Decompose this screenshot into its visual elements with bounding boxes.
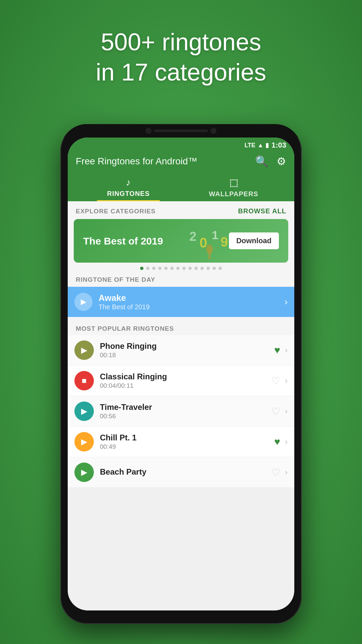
ring-info-1: Phone Ringing 00:18: [100, 341, 268, 359]
dot-1: [140, 267, 143, 270]
ring-actions-2: ♡ ›: [271, 375, 288, 387]
status-bar: LTE ▲ ▮ 1:03: [76, 138, 286, 151]
headline-line2: in 17 categories: [0, 57, 362, 87]
ring-title-4: Chill Pt. 1: [100, 433, 268, 442]
dot-12: [206, 267, 210, 270]
dot-10: [194, 267, 198, 270]
dot-13: [213, 267, 216, 270]
rotd-subtitle: The Best of 2019: [99, 303, 279, 311]
ring-info-5: Beach Party: [100, 467, 265, 477]
chevron-icon-4[interactable]: ›: [285, 437, 288, 446]
camera-left: [145, 128, 152, 134]
app-title-row: Free Ringtones for Android™ 🔍 ⚙: [76, 151, 286, 173]
headline-line1: 500+ ringtones: [0, 27, 362, 57]
ring-info-3: Time-Traveler 00:56: [100, 402, 265, 420]
chevron-icon-1[interactable]: ›: [285, 345, 288, 355]
heart-icon-4[interactable]: ♥: [274, 436, 280, 447]
app-content: EXPLORE CATEGORIES BROWSE ALL The Best o…: [68, 201, 294, 488]
play-button-4[interactable]: ▶: [74, 432, 94, 451]
app-header: LTE ▲ ▮ 1:03 Free Ringtones for Android™…: [68, 138, 294, 201]
play-button-5[interactable]: ▶: [74, 463, 94, 482]
list-item[interactable]: ▶ Beach Party ♡ ›: [68, 457, 294, 488]
svg-text:1: 1: [212, 228, 218, 241]
phone-top-bar: [60, 124, 302, 138]
play-button-2[interactable]: ■: [74, 371, 94, 390]
ring-title-3: Time-Traveler: [100, 402, 265, 412]
status-icons: LTE ▲ ▮: [244, 142, 269, 149]
svg-text:2: 2: [189, 229, 196, 244]
search-icon[interactable]: 🔍: [255, 155, 268, 168]
list-item[interactable]: ■ Classical Ringing 00:04/00:11 ♡ ›: [68, 366, 294, 396]
rotd-title: Awake: [99, 293, 279, 303]
ring-actions-5: ♡ ›: [271, 467, 288, 478]
ring-meta-2: 00:04/00:11: [100, 382, 265, 389]
settings-icon[interactable]: ⚙: [277, 155, 286, 168]
dot-6: [170, 267, 174, 270]
svg-point-5: [206, 245, 213, 254]
tab-ringtones[interactable]: ♪ RINGTONES: [76, 173, 181, 201]
chevron-icon-5[interactable]: ›: [285, 468, 288, 477]
rotd-section-label: RINGTONE OF THE DAY: [68, 276, 294, 287]
dot-3: [152, 267, 156, 270]
tab-ringtones-label: RINGTONES: [107, 190, 150, 198]
phone-screen: LTE ▲ ▮ 1:03 Free Ringtones for Android™…: [68, 138, 294, 610]
network-label: LTE: [244, 142, 255, 149]
play-button-1[interactable]: ▶: [74, 340, 94, 360]
explore-label: EXPLORE CATEGORIES: [76, 208, 156, 215]
ringtones-icon: ♪: [126, 177, 131, 188]
ring-meta-1: 00:18: [100, 352, 268, 359]
ringtone-of-day-section: RINGTONE OF THE DAY ▶ Awake The Best of …: [68, 273, 294, 319]
most-popular-section: MOST POPULAR RINGTONES ▶ Phone Ringing 0…: [68, 319, 294, 488]
tab-wallpapers[interactable]: ⬚ WALLPAPERS: [181, 173, 286, 201]
list-item[interactable]: ▶ Phone Ringing 00:18 ♥ ›: [68, 335, 294, 366]
browse-all-button[interactable]: BROWSE ALL: [238, 207, 286, 215]
ring-actions-4: ♥ ›: [274, 436, 288, 447]
heart-icon-5[interactable]: ♡: [271, 467, 280, 478]
signal-icon: ▲: [257, 142, 263, 149]
battery-icon: ▮: [265, 142, 269, 149]
explore-header: EXPLORE CATEGORIES BROWSE ALL: [68, 201, 294, 219]
rotd-play-button[interactable]: ▶: [74, 293, 93, 311]
ring-meta-3: 00:56: [100, 413, 265, 420]
rotd-chevron-icon: ›: [285, 297, 288, 307]
heart-icon-2[interactable]: ♡: [271, 375, 280, 387]
camera-right: [210, 128, 217, 134]
tab-wallpapers-label: WALLPAPERS: [209, 190, 258, 198]
banner-card: The Best of 2019 2 0 1 9 Download: [74, 219, 288, 263]
ring-meta-4: 00:49: [100, 443, 268, 450]
dot-7: [176, 267, 180, 270]
wallpapers-icon: ⬚: [229, 177, 238, 188]
dot-9: [188, 267, 192, 270]
download-button[interactable]: Download: [229, 232, 279, 249]
ring-title-2: Classical Ringing: [100, 372, 265, 381]
heart-icon-1[interactable]: ♥: [274, 344, 280, 356]
rotd-info: Awake The Best of 2019: [99, 293, 279, 311]
list-item[interactable]: ▶ Time-Traveler 00:56 ♡ ›: [68, 396, 294, 427]
carousel-dots: [68, 263, 294, 273]
dot-2: [146, 267, 149, 270]
svg-text:0: 0: [199, 235, 207, 251]
ring-info-4: Chill Pt. 1 00:49: [100, 433, 268, 450]
rotd-row[interactable]: ▶ Awake The Best of 2019 ›: [68, 287, 294, 317]
headline: 500+ ringtones in 17 categories: [0, 27, 362, 87]
speaker: [154, 129, 208, 132]
popular-section-label: MOST POPULAR RINGTONES: [68, 323, 294, 335]
dot-8: [182, 267, 186, 270]
heart-icon-3[interactable]: ♡: [271, 406, 280, 417]
dot-4: [158, 267, 162, 270]
header-icons: 🔍 ⚙: [255, 155, 286, 168]
status-time: 1:03: [272, 141, 286, 150]
app-title: Free Ringtones for Android™: [76, 156, 197, 167]
banner-text: The Best of 2019: [83, 234, 163, 248]
dot-5: [164, 267, 168, 270]
ring-title-5: Beach Party: [100, 467, 265, 477]
chevron-icon-3[interactable]: ›: [285, 407, 288, 416]
ring-actions-1: ♥ ›: [274, 344, 288, 356]
chevron-icon-2[interactable]: ›: [285, 376, 288, 385]
banner-decoration: 2 0 1 9: [188, 222, 235, 263]
tabs: ♪ RINGTONES ⬚ WALLPAPERS: [76, 173, 286, 201]
ring-actions-3: ♡ ›: [271, 406, 288, 417]
play-button-3[interactable]: ▶: [74, 401, 94, 421]
list-item[interactable]: ▶ Chill Pt. 1 00:49 ♥ ›: [68, 427, 294, 457]
ring-title-1: Phone Ringing: [100, 341, 268, 351]
